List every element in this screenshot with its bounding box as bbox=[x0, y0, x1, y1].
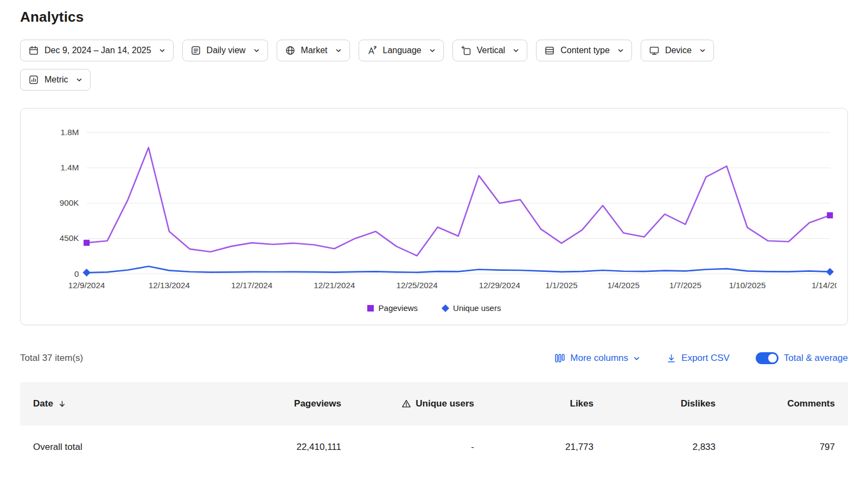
column-header-likes[interactable]: Likes bbox=[487, 382, 607, 425]
language-filter[interactable]: Language bbox=[359, 40, 444, 61]
x-axis-tick-label: 1/14/2025 bbox=[812, 281, 837, 290]
date-range-filter[interactable]: Dec 9, 2024 – Jan 14, 2025 bbox=[20, 40, 174, 61]
x-axis-tick-label: 1/4/2025 bbox=[608, 281, 640, 290]
y-axis-tick-label: 900K bbox=[60, 198, 79, 207]
vertical-filter[interactable]: Vertical bbox=[452, 40, 527, 61]
export-csv-button[interactable]: Export CSV bbox=[666, 353, 730, 364]
vertical-icon bbox=[461, 45, 471, 56]
y-axis-tick-label: 0 bbox=[74, 269, 79, 278]
legend-label-pageviews: Pageviews bbox=[379, 303, 418, 313]
device-icon bbox=[649, 45, 660, 56]
more-columns-button[interactable]: More columns bbox=[554, 353, 640, 364]
x-axis-tick-label: 12/25/2024 bbox=[396, 281, 438, 290]
globe-icon bbox=[285, 45, 296, 56]
metric-filter[interactable]: Metric bbox=[20, 69, 91, 91]
unique-users-header-label: Unique users bbox=[416, 398, 474, 409]
warning-icon bbox=[401, 399, 411, 409]
chevron-down-icon bbox=[159, 47, 165, 54]
series-line-pageviews bbox=[87, 148, 830, 256]
x-axis-tick-label: 1/7/2025 bbox=[669, 281, 701, 290]
table-row: Overall total 22,410,111 - 21,773 2,833 … bbox=[20, 425, 848, 469]
column-header-dislikes[interactable]: Dislikes bbox=[607, 382, 729, 425]
page-title: Analytics bbox=[20, 9, 848, 26]
unique-users-swatch-icon bbox=[442, 304, 449, 312]
row-pageviews-cell: 22,410,111 bbox=[243, 425, 354, 469]
analytics-line-chart: 0450K900K1.4M1.8M12/9/202412/13/202412/1… bbox=[31, 124, 837, 296]
column-header-date[interactable]: Date bbox=[20, 382, 243, 425]
series-marker-diamond bbox=[82, 269, 90, 276]
date-header-label: Date bbox=[33, 398, 53, 409]
view-granularity-filter[interactable]: Daily view bbox=[182, 40, 268, 61]
row-comments-cell: 797 bbox=[729, 425, 848, 469]
table-body: Overall total 22,410,111 - 21,773 2,833 … bbox=[20, 425, 848, 469]
series-line-unique-users bbox=[87, 266, 830, 273]
content-type-label: Content type bbox=[560, 46, 610, 55]
total-average-toggle[interactable] bbox=[756, 352, 778, 364]
y-axis-tick-label: 1.4M bbox=[61, 163, 79, 172]
y-axis-tick-label: 1.8M bbox=[61, 128, 79, 137]
bar-chart-icon bbox=[28, 74, 39, 85]
chevron-down-icon bbox=[76, 77, 82, 83]
row-date-cell: Overall total bbox=[20, 425, 243, 469]
view-granularity-label: Daily view bbox=[207, 46, 246, 55]
filter-row-2: Metric bbox=[20, 69, 848, 91]
x-axis-tick-label: 1/1/2025 bbox=[545, 281, 577, 290]
language-icon bbox=[367, 45, 378, 56]
metric-label: Metric bbox=[44, 75, 68, 85]
date-range-label: Dec 9, 2024 – Jan 14, 2025 bbox=[44, 46, 151, 55]
column-header-unique-users[interactable]: Unique users bbox=[354, 382, 487, 425]
total-items-text: Total 37 item(s) bbox=[20, 353, 83, 364]
language-label: Language bbox=[383, 46, 422, 55]
filter-bar: Dec 9, 2024 – Jan 14, 2025 Daily view Ma… bbox=[20, 40, 848, 91]
x-axis-tick-label: 12/29/2024 bbox=[479, 281, 521, 290]
column-header-pageviews[interactable]: Pageviews bbox=[243, 382, 354, 425]
content-type-filter[interactable]: Content type bbox=[536, 40, 632, 61]
filter-row-1: Dec 9, 2024 – Jan 14, 2025 Daily view Ma… bbox=[20, 40, 848, 61]
chevron-down-icon bbox=[633, 355, 640, 362]
row-unique-users-cell: - bbox=[354, 425, 487, 469]
chevron-down-icon bbox=[335, 47, 342, 54]
x-axis-tick-label: 12/21/2024 bbox=[314, 281, 355, 290]
chevron-down-icon bbox=[513, 47, 519, 54]
download-icon bbox=[666, 353, 676, 364]
chevron-down-icon bbox=[617, 47, 624, 54]
calendar-icon bbox=[28, 45, 39, 56]
series-marker-diamond bbox=[826, 268, 834, 276]
total-average-label: Total & average bbox=[784, 353, 848, 364]
more-columns-label: More columns bbox=[570, 353, 628, 364]
export-csv-label: Export CSV bbox=[681, 353, 730, 364]
toggle-knob bbox=[768, 354, 777, 363]
toolbar-actions: More columns Export CSV Total & average bbox=[554, 352, 848, 364]
row-dislikes-cell: 2,833 bbox=[607, 425, 729, 469]
columns-icon bbox=[554, 353, 565, 364]
chart-legend: Pageviews Unique users bbox=[31, 303, 837, 313]
row-likes-cell: 21,773 bbox=[487, 425, 607, 469]
device-label: Device bbox=[665, 46, 692, 55]
market-label: Market bbox=[301, 46, 328, 55]
chevron-down-icon bbox=[699, 47, 706, 54]
total-average-toggle-wrap: Total & average bbox=[756, 352, 848, 364]
chevron-down-icon bbox=[429, 47, 436, 54]
series-marker-square bbox=[827, 212, 833, 218]
market-filter[interactable]: Market bbox=[277, 40, 350, 61]
analytics-table: Date Pageviews Unique users Likes Dislik… bbox=[20, 382, 848, 469]
daily-view-icon bbox=[190, 45, 201, 56]
vertical-label: Vertical bbox=[477, 46, 505, 55]
y-axis-tick-label: 450K bbox=[60, 233, 79, 243]
column-header-comments[interactable]: Comments bbox=[729, 382, 848, 425]
content-type-icon bbox=[544, 45, 555, 56]
legend-label-unique-users: Unique users bbox=[453, 303, 501, 313]
x-axis-tick-label: 12/17/2024 bbox=[231, 281, 273, 290]
table-toolbar: Total 37 item(s) More columns Export CSV… bbox=[20, 352, 848, 364]
x-axis-tick-label: 12/13/2024 bbox=[149, 281, 190, 290]
x-axis-tick-label: 12/9/2024 bbox=[68, 281, 105, 290]
series-marker-square bbox=[84, 240, 90, 246]
sort-descending-icon bbox=[58, 399, 67, 409]
analytics-chart-card: 0450K900K1.4M1.8M12/9/202412/13/202412/1… bbox=[20, 108, 848, 325]
pageviews-swatch-icon bbox=[367, 305, 374, 312]
table-header-row: Date Pageviews Unique users Likes Dislik… bbox=[20, 382, 848, 425]
legend-item-unique-users: Unique users bbox=[443, 303, 501, 313]
device-filter[interactable]: Device bbox=[641, 40, 714, 61]
chevron-down-icon bbox=[253, 47, 260, 54]
analytics-page: Analytics Dec 9, 2024 – Jan 14, 2025 Dai… bbox=[0, 0, 868, 469]
